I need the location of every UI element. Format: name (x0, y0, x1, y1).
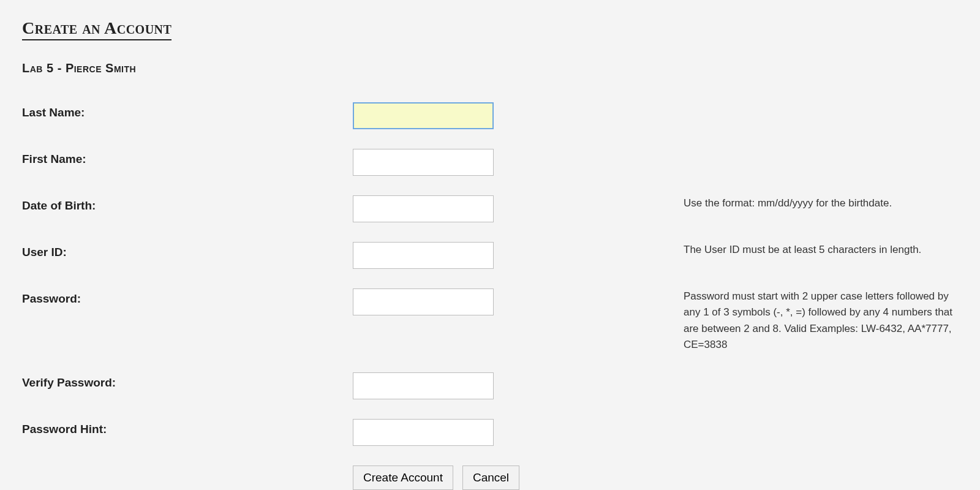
verify-password-row: Verify Password: (22, 372, 958, 419)
first-name-label: First Name: (22, 149, 353, 195)
dob-row: Date of Birth: Use the format: mm/dd/yyy… (22, 195, 958, 242)
first-name-input[interactable] (353, 149, 494, 176)
cancel-button[interactable]: Cancel (462, 466, 519, 490)
verify-password-hint (684, 372, 958, 419)
sub-title: Lab 5 - Pierce Smith (22, 61, 958, 75)
password-hint: Password must start with 2 upper case le… (684, 288, 958, 372)
first-name-hint (684, 149, 958, 195)
password-label: Password: (22, 288, 353, 372)
user-id-hint: The User ID must be at least 5 character… (684, 242, 958, 288)
verify-password-label: Verify Password: (22, 372, 353, 419)
first-name-row: First Name: (22, 149, 958, 195)
password-hint-row: Password Hint: (22, 419, 958, 466)
last-name-row: Last Name: (22, 102, 958, 149)
user-id-label: User ID: (22, 242, 353, 288)
last-name-hint (684, 102, 958, 149)
dob-input[interactable] (353, 195, 494, 222)
password-hint-hint (684, 419, 958, 466)
create-account-button[interactable]: Create Account (353, 466, 453, 490)
page-title: Create an Account (22, 18, 172, 40)
password-row: Password: Password must start with 2 upp… (22, 288, 958, 372)
button-row: Create Account Cancel (22, 466, 958, 490)
user-id-row: User ID: The User ID must be at least 5 … (22, 242, 958, 288)
verify-password-input[interactable] (353, 372, 494, 399)
dob-hint: Use the format: mm/dd/yyyy for the birth… (684, 195, 958, 242)
last-name-label: Last Name: (22, 102, 353, 149)
dob-label: Date of Birth: (22, 195, 353, 242)
last-name-input[interactable] (353, 102, 494, 129)
password-input[interactable] (353, 288, 494, 315)
account-form: Last Name: First Name: Date of Birth: Us… (22, 102, 958, 490)
user-id-input[interactable] (353, 242, 494, 269)
password-hint-label: Password Hint: (22, 419, 353, 466)
password-hint-input[interactable] (353, 419, 494, 446)
